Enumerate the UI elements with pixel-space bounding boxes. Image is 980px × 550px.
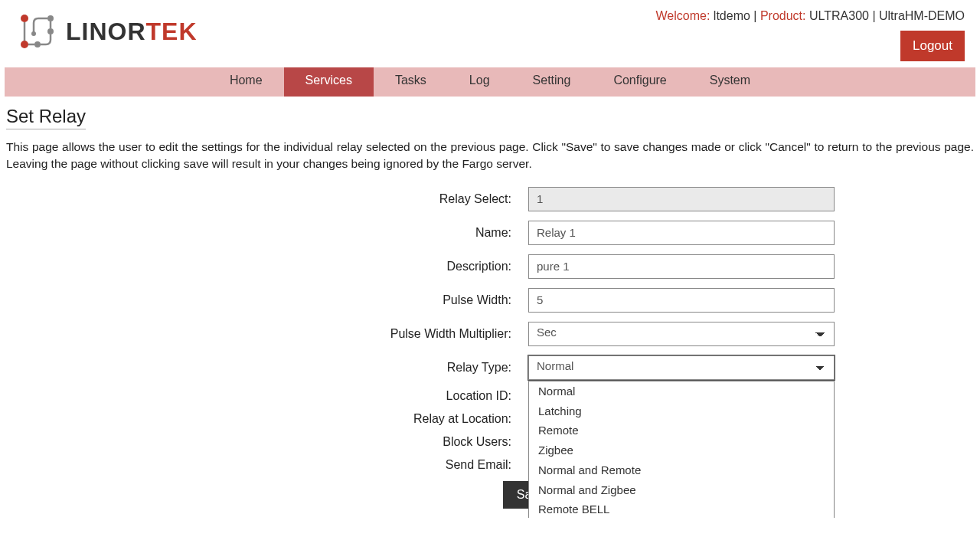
navbar: Home Services Tasks Log Setting Configur… [5, 67, 975, 97]
svg-point-1 [47, 15, 54, 21]
relay-type-option[interactable]: Normal and Zigbee [529, 480, 834, 500]
header-right: Welcome: ltdemo | Product: ULTRA300 | Ul… [656, 6, 965, 61]
relay-type-option[interactable]: Zigbee [529, 440, 834, 460]
welcome-value: ltdemo [714, 9, 750, 22]
nav-system[interactable]: System [688, 67, 772, 97]
name-label: Name: [130, 226, 528, 240]
relay-type-option[interactable]: Normal [529, 381, 834, 401]
nav-setting[interactable]: Setting [511, 67, 593, 97]
product-value: ULTRA300 [809, 9, 869, 22]
relay-type-dropdown[interactable]: Normal Latching Remote Zigbee Normal and… [528, 381, 835, 518]
description-label: Description: [130, 260, 528, 273]
svg-point-2 [47, 28, 54, 34]
send-email-label: Send Email: [130, 458, 528, 472]
relay-type-option[interactable]: Remote [529, 421, 834, 440]
page-body: Set Relay This page allows the user to e… [0, 97, 980, 518]
relay-type-label: Relay Type: [130, 361, 528, 375]
description-input[interactable] [528, 254, 835, 279]
block-users-label: Block Users: [130, 435, 528, 449]
product-label: Product: [760, 9, 806, 22]
pulse-width-label: Pulse Width: [130, 293, 528, 307]
nav-configure[interactable]: Configure [592, 67, 688, 97]
svg-point-0 [21, 15, 28, 22]
page-title: Set Relay [6, 106, 86, 129]
logo-text: LINORTEK [66, 18, 198, 46]
page-description: This page allows the user to edit the se… [6, 139, 974, 173]
pulse-width-multiplier-label: Pulse Width Multiplier: [130, 327, 528, 341]
logout-button[interactable]: Logout [900, 31, 965, 61]
header-bar: LINORTEK Welcome: ltdemo | Product: ULTR… [0, 0, 980, 61]
svg-point-3 [21, 41, 28, 48]
svg-point-5 [31, 31, 36, 36]
location-id-label: Location ID: [130, 389, 528, 403]
svg-point-4 [34, 41, 41, 47]
logo: LINORTEK [15, 6, 198, 54]
logo-icon [15, 9, 60, 54]
relay-type-option[interactable]: Latching [529, 401, 834, 421]
relay-type-select[interactable]: Normal [528, 355, 835, 380]
relay-select-label: Relay Select: [130, 192, 528, 206]
relay-type-option[interactable]: Remote BELL [529, 499, 834, 518]
welcome-label: Welcome: [656, 9, 710, 22]
nav-log[interactable]: Log [448, 67, 511, 97]
relay-at-location-label: Relay at Location: [130, 412, 528, 426]
nav-tasks[interactable]: Tasks [374, 67, 448, 97]
name-input[interactable] [528, 221, 835, 245]
pulse-width-input[interactable] [528, 288, 835, 313]
nav-services[interactable]: Services [284, 67, 374, 97]
nav-home[interactable]: Home [208, 67, 284, 97]
relay-type-option[interactable]: Normal and Remote [529, 460, 834, 480]
relay-select-input [528, 187, 835, 211]
pulse-width-multiplier-select[interactable]: Sec [528, 322, 835, 346]
relay-form: Relay Select: Name: Description: Pulse W… [130, 187, 850, 509]
product-name: UltraHM-DEMO [879, 9, 965, 22]
